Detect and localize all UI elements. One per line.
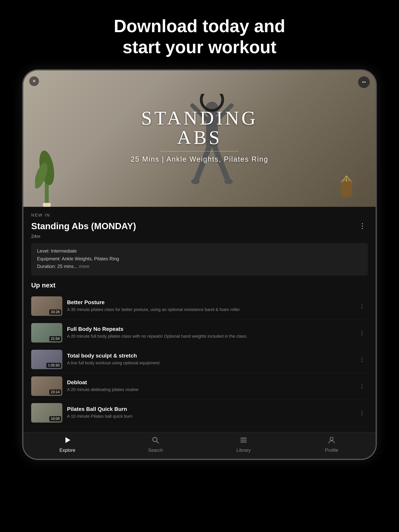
video-thumbnail-5: 10:00	[31, 403, 62, 423]
tab-profile[interactable]: Profile	[312, 436, 351, 453]
new-tag: NEW IN	[31, 213, 368, 218]
list-item[interactable]: 23:14 Debloat A 20 minute debloating pil…	[31, 373, 368, 399]
video-info-2: Full Body No Repeats A 20 minute full bo…	[67, 326, 356, 339]
workout-title-row: Standing Abs (MONDAY) ⋮	[31, 220, 368, 232]
duration-badge: 21:54	[49, 336, 61, 341]
svg-marker-18	[65, 437, 70, 443]
duration-badge: 1:05:50	[46, 363, 61, 368]
more-link[interactable]: more	[79, 264, 90, 269]
more-options-button[interactable]: •••	[358, 76, 370, 88]
video-list: 33:28 Better Posture A 35 minute pilates…	[31, 293, 368, 426]
svg-point-12	[224, 179, 233, 184]
item-menu-button-2[interactable]: ⋮	[356, 327, 368, 338]
overlay-divider	[161, 151, 238, 151]
search-label: Search	[148, 448, 163, 453]
time-ago: 24m	[31, 234, 368, 239]
svg-line-20	[156, 441, 159, 443]
svg-point-11	[191, 179, 200, 184]
video-desc: A live full body workout using optional …	[67, 360, 356, 366]
video-desc: A 35 minute pilates class for better pos…	[67, 307, 356, 313]
video-thumbnail-1: 33:28	[31, 296, 62, 316]
list-item[interactable]: 1:05:50 Total body sculpt & stretch A li…	[31, 346, 368, 373]
library-label: Library	[236, 448, 251, 453]
duration-badge: 10:00	[49, 416, 61, 421]
equipment-detail: Equipment: Ankle Weights, Pilates Ring	[37, 255, 362, 262]
profile-icon	[328, 436, 335, 446]
item-menu-button-4[interactable]: ⋮	[356, 381, 368, 391]
screen: STANDINGABS 25 Mins | Ankle Weights, Pil…	[23, 70, 376, 459]
svg-rect-21	[240, 438, 247, 438]
workout-title: Standing Abs (MONDAY)	[31, 221, 136, 231]
video-thumbnail-2: 21:54	[31, 323, 62, 342]
video-thumbnail-4: 23:14	[31, 376, 62, 396]
item-menu-button-5[interactable]: ⋮	[356, 407, 368, 418]
list-item[interactable]: 21:54 Full Body No Repeats A 20 minute f…	[31, 320, 368, 346]
video-desc: A 20 minute full body pilates class with…	[67, 333, 356, 339]
plant-decoration	[35, 133, 58, 207]
svg-rect-23	[240, 442, 247, 443]
video-name: Debloat	[67, 379, 356, 386]
search-icon	[152, 436, 159, 446]
library-icon	[240, 436, 247, 446]
video-desc: A 10 minute Pilates ball quick burn	[67, 413, 356, 419]
title-menu-button[interactable]: ⋮	[357, 220, 368, 232]
video-overlay-text: STANDINGABS 25 Mins | Ankle Weights, Pil…	[131, 108, 268, 163]
duration-badge: 23:14	[49, 389, 61, 395]
details-box: Level: Intermediate Equipment: Ankle Wei…	[31, 243, 368, 276]
close-button[interactable]: ✕	[29, 76, 39, 86]
tab-bar: Explore Search	[23, 432, 376, 459]
overlay-subtitle: 25 Mins | Ankle Weights, Pilates Ring	[131, 155, 268, 163]
item-menu-button-3[interactable]: ⋮	[356, 354, 368, 365]
video-thumbnail-3: 1:05:50	[31, 350, 62, 369]
list-item[interactable]: 33:28 Better Posture A 35 minute pilates…	[31, 293, 368, 320]
video-name: Total body sculpt & stretch	[67, 353, 356, 359]
svg-rect-22	[240, 440, 247, 440]
video-name: Better Posture	[67, 299, 356, 305]
video-info-3: Total body sculpt & stretch A live full …	[67, 353, 356, 366]
list-item[interactable]: 10:00 Pilates Ball Quick Burn A 10 minut…	[31, 399, 368, 426]
tab-explore[interactable]: Explore	[48, 436, 87, 453]
svg-rect-14	[341, 182, 352, 197]
svg-point-24	[330, 437, 333, 440]
video-info-4: Debloat A 20 minute debloating pilates r…	[67, 379, 356, 393]
overlay-title: STANDINGABS	[131, 108, 268, 147]
duration-badge: 33:28	[49, 310, 61, 315]
vase-decoration	[337, 176, 356, 203]
tab-library[interactable]: Library	[224, 436, 263, 453]
promo-text: Download today and start your workout	[0, 0, 399, 69]
tab-search[interactable]: Search	[136, 436, 175, 453]
video-name: Full Body No Repeats	[67, 326, 356, 332]
level-detail: Level: Intermediate	[37, 248, 362, 254]
duration-detail: Duration: 25 mins... more	[37, 263, 362, 270]
video-info-1: Better Posture A 35 minute pilates class…	[67, 299, 356, 313]
item-menu-button-1[interactable]: ⋮	[356, 301, 368, 311]
video-name: Pilates Ball Quick Burn	[67, 406, 356, 412]
profile-label: Profile	[325, 448, 338, 453]
video-hero: STANDINGABS 25 Mins | Ankle Weights, Pil…	[23, 70, 376, 207]
content-area: NEW IN Standing Abs (MONDAY) ⋮ 24m Level…	[23, 207, 376, 432]
svg-rect-3	[43, 203, 51, 207]
up-next-title: Up next	[31, 281, 368, 289]
video-desc: A 20 minute debloating pilates routine	[67, 387, 356, 393]
device-frame: STANDINGABS 25 Mins | Ankle Weights, Pil…	[22, 69, 377, 460]
explore-label: Explore	[59, 448, 75, 453]
video-info-5: Pilates Ball Quick Burn A 10 minute Pila…	[67, 406, 356, 419]
explore-icon	[64, 436, 71, 446]
